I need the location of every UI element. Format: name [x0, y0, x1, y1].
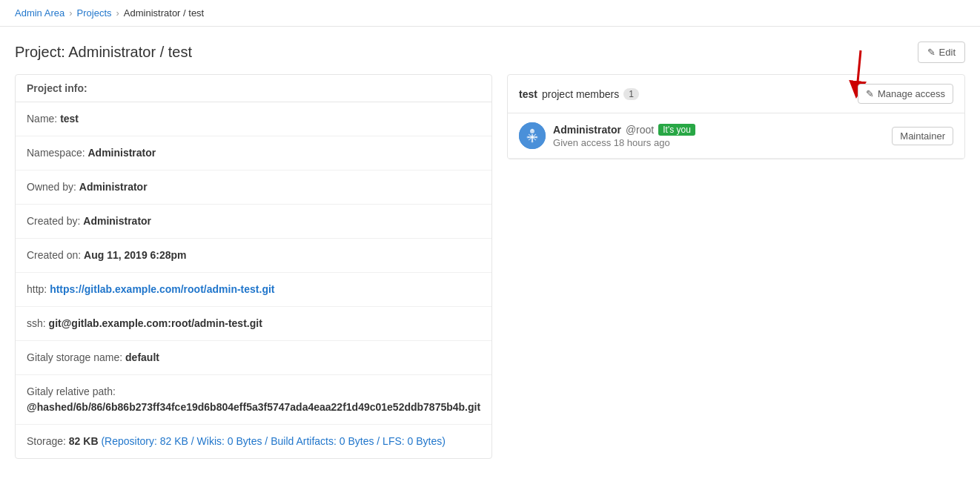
members-title: test project members 1 — [519, 88, 639, 100]
manage-access-button[interactable]: ✎ Manage access — [858, 84, 953, 104]
avatar — [519, 122, 546, 149]
member-role-badge: Maintainer — [892, 127, 953, 145]
info-name-value: test — [60, 113, 79, 125]
manage-access-container: ✎ Manage access — [858, 84, 953, 104]
member-name: Administrator — [553, 124, 621, 136]
info-namespace-value: Administrator — [87, 147, 156, 159]
edit-button[interactable]: ✎ Edit — [918, 42, 965, 63]
info-namespace-label: Namespace: — [27, 147, 87, 159]
page-title: Project: Administrator / test — [15, 44, 192, 61]
svg-point-9 — [532, 141, 534, 143]
page-header: Project: Administrator / test ✎ Edit — [0, 27, 980, 74]
its-you-badge: It's you — [658, 124, 695, 136]
info-created-on: Created on: Aug 11, 2019 6:28pm — [16, 239, 491, 273]
info-created-by: Created by: Administrator — [16, 205, 491, 239]
main-content: Project info: Name: test Namespace: Admi… — [0, 74, 980, 474]
info-gitaly-storage-label: Gitaly storage name: — [27, 351, 125, 363]
info-owned-by: Owned by: Administrator — [16, 171, 491, 205]
info-http-label: http: — [27, 283, 50, 295]
info-gitaly-path-value: @hashed/6b/86/6b86b273ff34fce19d6b804eff… — [27, 401, 480, 413]
info-ssh-label: ssh: — [27, 317, 49, 329]
members-project-name: test — [519, 88, 537, 100]
edit-icon: ✎ — [927, 47, 936, 58]
svg-point-11 — [536, 136, 538, 139]
info-name: Name: test — [16, 102, 491, 136]
manage-access-label: Manage access — [878, 88, 945, 99]
info-gitaly-path: Gitaly relative path: @hashed/6b/86/6b86… — [16, 375, 491, 425]
members-panel: test project members 1 ✎ Manage access — [507, 74, 965, 159]
breadcrumb-admin[interactable]: Admin Area — [15, 7, 64, 19]
member-handle: @root — [626, 124, 654, 136]
info-owned-label: Owned by: — [27, 181, 79, 193]
info-owned-value: Administrator — [79, 181, 148, 193]
project-info-header: Project info: — [16, 75, 491, 102]
info-created-by-value: Administrator — [83, 215, 151, 227]
info-created-on-value: Aug 11, 2019 6:28pm — [84, 249, 187, 261]
members-header: test project members 1 ✎ Manage access — [508, 75, 964, 113]
member-access-text: Given access 18 hours ago — [553, 137, 695, 148]
breadcrumb-sep-2: › — [116, 7, 119, 19]
member-info: Administrator @root It's you Given acces… — [519, 122, 695, 149]
info-storage-label: Storage: — [27, 435, 69, 447]
info-storage-value: 82 KB — [69, 435, 99, 447]
member-row: Administrator @root It's you Given acces… — [508, 113, 964, 159]
breadcrumb-current: Administrator / test — [124, 7, 204, 19]
breadcrumb-sep-1: › — [69, 7, 72, 19]
info-storage-detail-link[interactable]: (Repository: 82 KB / Wikis: 0 Bytes / Bu… — [101, 435, 446, 447]
project-info-panel: Project info: Name: test Namespace: Admi… — [15, 74, 492, 459]
svg-point-8 — [532, 129, 534, 131]
breadcrumb: Admin Area › Projects › Administrator / … — [0, 0, 980, 27]
breadcrumb-projects[interactable]: Projects — [77, 7, 112, 19]
edit-label: Edit — [939, 47, 956, 58]
info-storage: Storage: 82 KB (Repository: 82 KB / Wiki… — [16, 425, 491, 458]
info-gitaly-path-label: Gitaly relative path: — [27, 386, 116, 397]
member-details: Administrator @root It's you Given acces… — [553, 124, 695, 148]
members-text: project members — [542, 88, 619, 100]
info-namespace: Namespace: Administrator — [16, 136, 491, 171]
manage-access-icon: ✎ — [866, 88, 874, 99]
info-ssh: ssh: git@gitlab.example.com:root/admin-t… — [16, 307, 491, 341]
info-http-link[interactable]: https://gitlab.example.com/root/admin-te… — [50, 283, 274, 295]
members-count-badge: 1 — [623, 88, 639, 100]
info-gitaly-storage: Gitaly storage name: default — [16, 341, 491, 375]
svg-point-10 — [527, 136, 529, 139]
info-ssh-value: git@gitlab.example.com:root/admin-test.g… — [49, 317, 262, 329]
info-http: http: https://gitlab.example.com/root/ad… — [16, 273, 491, 307]
info-name-label: Name: — [27, 113, 60, 125]
info-created-on-label: Created on: — [27, 249, 84, 261]
info-created-by-label: Created by: — [27, 215, 83, 227]
info-gitaly-storage-value: default — [125, 351, 159, 363]
member-name-row: Administrator @root It's you — [553, 124, 695, 136]
